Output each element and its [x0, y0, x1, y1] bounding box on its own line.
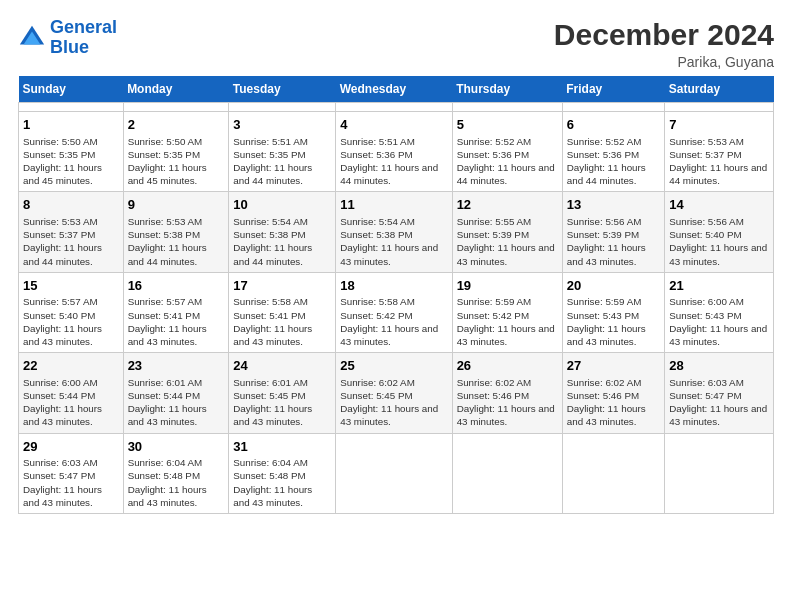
day-info: Sunrise: 5:50 AMSunset: 5:35 PMDaylight:…	[23, 135, 119, 188]
logo-line1: General	[50, 17, 117, 37]
day-number: 27	[567, 357, 660, 375]
day-info: Sunrise: 5:50 AMSunset: 5:35 PMDaylight:…	[128, 135, 225, 188]
day-info: Sunrise: 5:54 AMSunset: 5:38 PMDaylight:…	[233, 215, 331, 268]
subtitle: Parika, Guyana	[554, 54, 774, 70]
col-monday: Monday	[123, 76, 229, 103]
calendar-cell: 28Sunrise: 6:03 AMSunset: 5:47 PMDayligh…	[665, 353, 774, 433]
col-tuesday: Tuesday	[229, 76, 336, 103]
calendar-cell: 1Sunrise: 5:50 AMSunset: 5:35 PMDaylight…	[19, 112, 124, 192]
day-info: Sunrise: 5:53 AMSunset: 5:37 PMDaylight:…	[669, 135, 769, 188]
main-title: December 2024	[554, 18, 774, 52]
day-number: 3	[233, 116, 331, 134]
calendar-cell: 6Sunrise: 5:52 AMSunset: 5:36 PMDaylight…	[562, 112, 664, 192]
calendar-week-5: 29Sunrise: 6:03 AMSunset: 5:47 PMDayligh…	[19, 433, 774, 513]
calendar-week-2: 8Sunrise: 5:53 AMSunset: 5:37 PMDaylight…	[19, 192, 774, 272]
day-info: Sunrise: 6:04 AMSunset: 5:48 PMDaylight:…	[233, 456, 331, 509]
calendar-week-4: 22Sunrise: 6:00 AMSunset: 5:44 PMDayligh…	[19, 353, 774, 433]
calendar-cell	[665, 103, 774, 112]
day-number: 2	[128, 116, 225, 134]
day-info: Sunrise: 6:02 AMSunset: 5:45 PMDaylight:…	[340, 376, 447, 429]
calendar-week-1: 1Sunrise: 5:50 AMSunset: 5:35 PMDaylight…	[19, 112, 774, 192]
day-info: Sunrise: 6:03 AMSunset: 5:47 PMDaylight:…	[23, 456, 119, 509]
calendar-cell: 8Sunrise: 5:53 AMSunset: 5:37 PMDaylight…	[19, 192, 124, 272]
calendar-week-3: 15Sunrise: 5:57 AMSunset: 5:40 PMDayligh…	[19, 272, 774, 352]
day-info: Sunrise: 6:04 AMSunset: 5:48 PMDaylight:…	[128, 456, 225, 509]
day-info: Sunrise: 6:01 AMSunset: 5:45 PMDaylight:…	[233, 376, 331, 429]
day-number: 12	[457, 196, 558, 214]
day-number: 21	[669, 277, 769, 295]
day-number: 19	[457, 277, 558, 295]
day-info: Sunrise: 5:53 AMSunset: 5:38 PMDaylight:…	[128, 215, 225, 268]
day-number: 1	[23, 116, 119, 134]
calendar-week-0	[19, 103, 774, 112]
day-info: Sunrise: 5:57 AMSunset: 5:40 PMDaylight:…	[23, 295, 119, 348]
header: General Blue December 2024 Parika, Guyan…	[18, 18, 774, 70]
calendar-cell: 15Sunrise: 5:57 AMSunset: 5:40 PMDayligh…	[19, 272, 124, 352]
day-number: 6	[567, 116, 660, 134]
calendar-cell: 30Sunrise: 6:04 AMSunset: 5:48 PMDayligh…	[123, 433, 229, 513]
day-info: Sunrise: 6:03 AMSunset: 5:47 PMDaylight:…	[669, 376, 769, 429]
day-number: 23	[128, 357, 225, 375]
calendar-cell	[336, 103, 452, 112]
day-number: 18	[340, 277, 447, 295]
day-number: 16	[128, 277, 225, 295]
day-info: Sunrise: 5:59 AMSunset: 5:42 PMDaylight:…	[457, 295, 558, 348]
calendar-cell	[452, 433, 562, 513]
calendar-cell: 9Sunrise: 5:53 AMSunset: 5:38 PMDaylight…	[123, 192, 229, 272]
day-number: 17	[233, 277, 331, 295]
day-number: 25	[340, 357, 447, 375]
calendar-cell: 27Sunrise: 6:02 AMSunset: 5:46 PMDayligh…	[562, 353, 664, 433]
day-number: 10	[233, 196, 331, 214]
day-number: 7	[669, 116, 769, 134]
calendar-cell: 26Sunrise: 6:02 AMSunset: 5:46 PMDayligh…	[452, 353, 562, 433]
day-info: Sunrise: 5:55 AMSunset: 5:39 PMDaylight:…	[457, 215, 558, 268]
calendar-cell: 4Sunrise: 5:51 AMSunset: 5:36 PMDaylight…	[336, 112, 452, 192]
day-number: 26	[457, 357, 558, 375]
day-number: 24	[233, 357, 331, 375]
calendar-cell: 19Sunrise: 5:59 AMSunset: 5:42 PMDayligh…	[452, 272, 562, 352]
calendar-cell: 20Sunrise: 5:59 AMSunset: 5:43 PMDayligh…	[562, 272, 664, 352]
day-number: 8	[23, 196, 119, 214]
day-info: Sunrise: 5:51 AMSunset: 5:36 PMDaylight:…	[340, 135, 447, 188]
day-info: Sunrise: 6:00 AMSunset: 5:44 PMDaylight:…	[23, 376, 119, 429]
calendar-cell: 23Sunrise: 6:01 AMSunset: 5:44 PMDayligh…	[123, 353, 229, 433]
calendar-cell: 3Sunrise: 5:51 AMSunset: 5:35 PMDaylight…	[229, 112, 336, 192]
calendar-cell: 22Sunrise: 6:00 AMSunset: 5:44 PMDayligh…	[19, 353, 124, 433]
logo-text: General Blue	[50, 18, 117, 58]
day-info: Sunrise: 5:51 AMSunset: 5:35 PMDaylight:…	[233, 135, 331, 188]
day-info: Sunrise: 6:02 AMSunset: 5:46 PMDaylight:…	[567, 376, 660, 429]
calendar-cell: 10Sunrise: 5:54 AMSunset: 5:38 PMDayligh…	[229, 192, 336, 272]
header-row: Sunday Monday Tuesday Wednesday Thursday…	[19, 76, 774, 103]
day-info: Sunrise: 6:01 AMSunset: 5:44 PMDaylight:…	[128, 376, 225, 429]
day-number: 11	[340, 196, 447, 214]
calendar-cell	[452, 103, 562, 112]
calendar-cell	[336, 433, 452, 513]
day-info: Sunrise: 5:54 AMSunset: 5:38 PMDaylight:…	[340, 215, 447, 268]
calendar-cell	[123, 103, 229, 112]
title-block: December 2024 Parika, Guyana	[554, 18, 774, 70]
day-info: Sunrise: 5:52 AMSunset: 5:36 PMDaylight:…	[457, 135, 558, 188]
day-info: Sunrise: 5:58 AMSunset: 5:41 PMDaylight:…	[233, 295, 331, 348]
day-number: 15	[23, 277, 119, 295]
calendar-table: Sunday Monday Tuesday Wednesday Thursday…	[18, 76, 774, 514]
day-info: Sunrise: 6:02 AMSunset: 5:46 PMDaylight:…	[457, 376, 558, 429]
col-thursday: Thursday	[452, 76, 562, 103]
calendar-cell: 18Sunrise: 5:58 AMSunset: 5:42 PMDayligh…	[336, 272, 452, 352]
calendar-cell: 31Sunrise: 6:04 AMSunset: 5:48 PMDayligh…	[229, 433, 336, 513]
col-friday: Friday	[562, 76, 664, 103]
day-number: 9	[128, 196, 225, 214]
calendar-cell: 21Sunrise: 6:00 AMSunset: 5:43 PMDayligh…	[665, 272, 774, 352]
calendar-cell: 16Sunrise: 5:57 AMSunset: 5:41 PMDayligh…	[123, 272, 229, 352]
calendar-cell	[665, 433, 774, 513]
calendar-cell: 29Sunrise: 6:03 AMSunset: 5:47 PMDayligh…	[19, 433, 124, 513]
calendar-cell: 24Sunrise: 6:01 AMSunset: 5:45 PMDayligh…	[229, 353, 336, 433]
day-info: Sunrise: 5:53 AMSunset: 5:37 PMDaylight:…	[23, 215, 119, 268]
day-number: 28	[669, 357, 769, 375]
day-number: 31	[233, 438, 331, 456]
calendar-cell: 7Sunrise: 5:53 AMSunset: 5:37 PMDaylight…	[665, 112, 774, 192]
day-number: 30	[128, 438, 225, 456]
col-sunday: Sunday	[19, 76, 124, 103]
day-info: Sunrise: 5:56 AMSunset: 5:40 PMDaylight:…	[669, 215, 769, 268]
logo: General Blue	[18, 18, 117, 58]
calendar-cell	[19, 103, 124, 112]
